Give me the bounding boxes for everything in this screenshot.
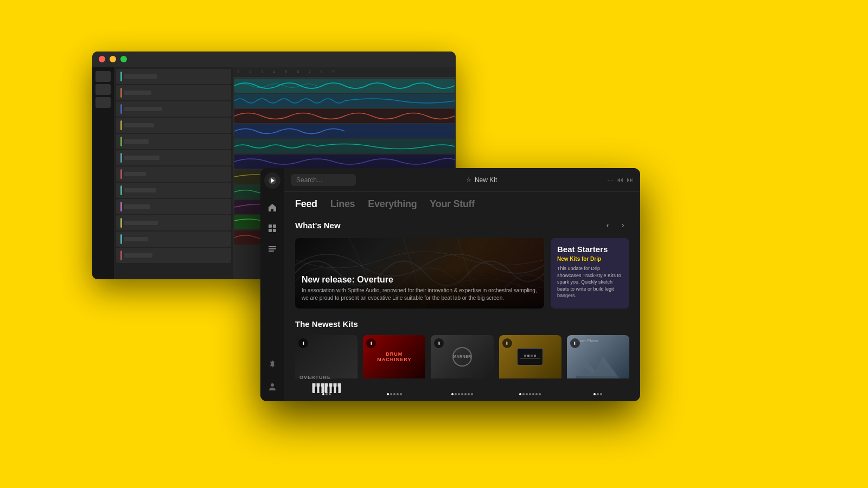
svg-point-13 bbox=[271, 383, 274, 387]
kit-name-soft-hearted: Soft-Hearted bbox=[311, 401, 347, 401]
avid-side-btn[interactable] bbox=[95, 71, 111, 82]
whats-new-title: What's New bbox=[295, 221, 341, 230]
piano-key-black-2 bbox=[319, 387, 321, 393]
kit-dot bbox=[400, 393, 402, 395]
sidebar-icon-user[interactable] bbox=[262, 376, 283, 397]
featured-card-overture[interactable]: New release: Overture In association wit… bbox=[295, 238, 544, 309]
kit-dot bbox=[535, 393, 538, 395]
track-label-7 bbox=[116, 166, 231, 182]
device-btn bbox=[531, 355, 533, 357]
kit-download-icon-1[interactable]: ⬇ bbox=[298, 338, 308, 348]
kit-dot bbox=[455, 393, 457, 395]
kits-row: OVERTURE ⬇ NEW Soft-Hearted bbox=[295, 335, 629, 401]
track-name-4 bbox=[124, 123, 154, 127]
sidebar-icon-library[interactable] bbox=[262, 239, 283, 259]
track-color-3 bbox=[120, 104, 122, 114]
track-color-6 bbox=[120, 153, 122, 163]
track-label-11 bbox=[116, 232, 231, 247]
kit-dot bbox=[529, 393, 531, 395]
featured-card-beat-starters[interactable]: Beat Starters New Kits for Drip This upd… bbox=[551, 238, 629, 309]
close-dot[interactable] bbox=[99, 56, 105, 62]
sidebar-icon-grid[interactable] bbox=[262, 218, 283, 239]
track-controls-12 bbox=[212, 253, 227, 258]
kit-download-icon-5[interactable]: ⬇ bbox=[570, 338, 580, 348]
track-name-12 bbox=[124, 253, 152, 258]
track-color-8 bbox=[120, 185, 122, 195]
track-color-11 bbox=[120, 234, 122, 244]
kit-dot bbox=[458, 393, 460, 395]
nav-everything[interactable]: Everything bbox=[368, 198, 417, 210]
drip-title-center: ☆ New Kit bbox=[361, 176, 602, 184]
nav-prev-arrow[interactable]: ‹ bbox=[601, 219, 614, 232]
track-color-4 bbox=[120, 120, 122, 130]
prev-button[interactable]: ⏮ bbox=[616, 176, 623, 184]
kit-dot bbox=[597, 393, 599, 395]
sidebar-icon-settings[interactable] bbox=[262, 354, 283, 374]
side-card-desc: This update for Drip showcases Track-sty… bbox=[557, 265, 623, 299]
daw-track-wave-4 bbox=[234, 124, 455, 138]
svg-rect-9 bbox=[273, 229, 276, 232]
side-card-title: Beat Starters bbox=[557, 245, 623, 254]
avid-track-labels bbox=[114, 67, 233, 279]
daw-track-wave-1 bbox=[234, 79, 455, 93]
kit-dot bbox=[393, 393, 395, 395]
track-controls-3 bbox=[216, 107, 227, 111]
kit-name-sizzler: Sizzler bbox=[379, 401, 398, 401]
kit-dots-4 bbox=[499, 393, 561, 395]
track-name-2 bbox=[124, 91, 151, 95]
kit-dot bbox=[532, 393, 534, 395]
track-label-10 bbox=[116, 215, 231, 230]
kit-dot bbox=[461, 393, 463, 395]
kit-name-confide: Confide bbox=[583, 401, 605, 401]
track-name-11 bbox=[124, 237, 148, 241]
avid-side-btn-3[interactable] bbox=[95, 97, 111, 108]
nav-next-arrow[interactable]: › bbox=[616, 219, 629, 232]
piano-key-black-5 bbox=[336, 387, 338, 393]
kit-card-confide[interactable]: Distant Place ⬇ NEW Confide bbox=[567, 335, 629, 401]
track-label-12 bbox=[116, 248, 231, 263]
track-color-10 bbox=[120, 218, 122, 228]
kit-card-sizzler[interactable]: DRUMMACHINERY ⬇ NEW Sizzler bbox=[363, 335, 425, 401]
nav-lines[interactable]: Lines bbox=[330, 198, 355, 210]
kit-download-icon-4[interactable]: ⬇ bbox=[502, 338, 512, 348]
device-btn bbox=[524, 355, 526, 357]
drip-titlebar: ☆ New Kit ··· ⏮ ⏭ bbox=[284, 168, 640, 192]
device-line bbox=[520, 358, 540, 359]
more-options-button[interactable]: ··· bbox=[607, 176, 613, 184]
maximize-dot[interactable] bbox=[120, 56, 127, 62]
minimize-dot[interactable] bbox=[110, 56, 116, 62]
kit-dots-1 bbox=[295, 393, 358, 395]
track-label-5 bbox=[116, 134, 231, 149]
nav-your-stuff[interactable]: Your Stuff bbox=[430, 198, 475, 210]
avid-side-btn-2[interactable] bbox=[95, 84, 111, 95]
kit-card-visitors[interactable]: MARNER ⬇ bbox=[431, 335, 493, 401]
track-name-5 bbox=[124, 139, 149, 144]
sidebar-icon-home[interactable] bbox=[262, 197, 283, 218]
next-button[interactable]: ⏭ bbox=[627, 176, 634, 184]
nav-feed[interactable]: Feed bbox=[295, 198, 317, 210]
track-label-8 bbox=[116, 183, 231, 198]
svg-rect-11 bbox=[269, 248, 276, 249]
daw-timeline: 1 2 3 4 5 6 7 8 9 bbox=[233, 67, 456, 78]
landscape-svg bbox=[576, 351, 620, 378]
featured-content: New release: Overture In association wit… bbox=[295, 268, 544, 309]
kit-label-confide: NEW Confide bbox=[567, 401, 629, 401]
kit-label-visitors: NEW Visitors bbox=[431, 401, 493, 401]
kit-dot bbox=[464, 393, 467, 395]
kit-card-soft-hearted[interactable]: OVERTURE ⬇ NEW Soft-Hearted bbox=[295, 335, 358, 401]
drip-logo bbox=[264, 172, 280, 189]
kit-dot bbox=[326, 393, 328, 395]
kit-label-overlay: OVERTURE bbox=[299, 375, 331, 380]
device-btn bbox=[527, 355, 529, 357]
kit-label-well-rested: NEW Well Rested bbox=[499, 401, 561, 401]
track-label-6 bbox=[116, 150, 231, 165]
kit-dots-2 bbox=[363, 393, 425, 395]
drip-window: ☆ New Kit ··· ⏮ ⏭ Feed Lines Everything … bbox=[260, 168, 640, 401]
drip-content[interactable]: What's New ‹ › bbox=[284, 214, 640, 401]
drip-sidebar bbox=[260, 168, 284, 401]
drip-nav: Feed Lines Everything Your Stuff bbox=[284, 192, 640, 214]
search-input[interactable] bbox=[291, 174, 356, 186]
star-icon: ☆ bbox=[466, 176, 471, 183]
side-card-subtitle: New Kits for Drip bbox=[557, 256, 623, 262]
kit-card-well-rested[interactable]: ⬇ NEW Well Rested bbox=[499, 335, 561, 401]
